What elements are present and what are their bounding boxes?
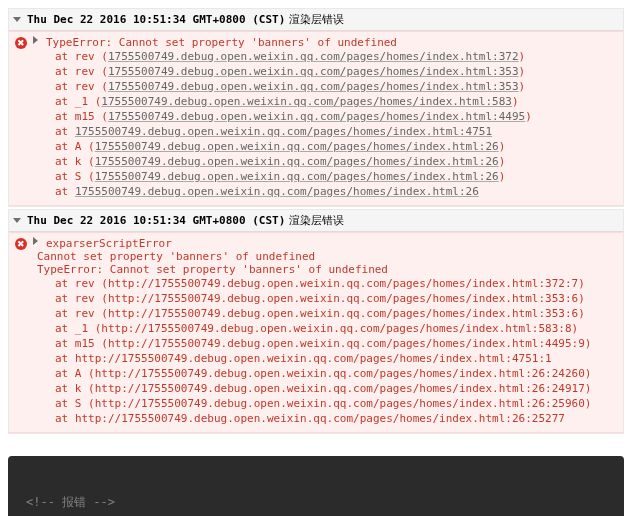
stack-frame: at k (1755500749.debug.open.weixin.qq.co…	[55, 154, 617, 169]
code-comment: <!-- 报错 -->	[26, 495, 115, 509]
stack-frame: at S (1755500749.debug.open.weixin.qq.co…	[55, 169, 617, 184]
stack-frame: at http://1755500749.debug.open.weixin.q…	[55, 351, 617, 366]
console-group: Thu Dec 22 2016 10:51:34 GMT+0800 (CST) …	[8, 209, 624, 434]
error-icon: ✖	[15, 37, 27, 49]
stack-frame: at rev (1755500749.debug.open.weixin.qq.…	[55, 49, 617, 64]
log-category: 渲染层错误	[289, 213, 344, 228]
stack-frame: at k (http://1755500749.debug.open.weixi…	[55, 381, 617, 396]
stack-frame: at S (http://1755500749.debug.open.weixi…	[55, 396, 617, 411]
error-message: Cannot set property 'banners' of undefin…	[15, 250, 617, 263]
stack-frame: at rev (http://1755500749.debug.open.wei…	[55, 276, 617, 291]
stack-trace: at rev (1755500749.debug.open.weixin.qq.…	[15, 49, 617, 199]
stack-frame: at m15 (1755500749.debug.open.weixin.qq.…	[55, 109, 617, 124]
stack-frame: at _1 (http://1755500749.debug.open.weix…	[55, 321, 617, 336]
stack-frame: at 1755500749.debug.open.weixin.qq.com/p…	[55, 124, 617, 139]
error-entry: ✖TypeError: Cannot set property 'banners…	[9, 31, 623, 206]
error-entry: ✖exparserScriptErrorCannot set property …	[9, 232, 623, 433]
stack-frame: at 1755500749.debug.open.weixin.qq.com/p…	[55, 184, 617, 199]
code-snippet: <!-- 报错 --> <template is="paper-detail" …	[8, 456, 624, 516]
disclosure-triangle-icon[interactable]	[13, 17, 21, 22]
error-title: exparserScriptError	[46, 237, 172, 250]
source-link[interactable]: 1755500749.debug.open.weixin.qq.com/page…	[108, 50, 519, 63]
source-link[interactable]: 1755500749.debug.open.weixin.qq.com/page…	[108, 110, 525, 123]
stack-frame: at rev (http://1755500749.debug.open.wei…	[55, 306, 617, 321]
stack-trace: at rev (http://1755500749.debug.open.wei…	[15, 276, 617, 426]
log-category: 渲染层错误	[289, 12, 344, 27]
stack-frame: at rev (http://1755500749.debug.open.wei…	[55, 291, 617, 306]
log-timestamp: Thu Dec 22 2016 10:51:34 GMT+0800 (CST)	[27, 13, 285, 26]
disclosure-triangle-icon[interactable]	[13, 218, 21, 223]
stack-frame: at A (http://1755500749.debug.open.weixi…	[55, 366, 617, 381]
source-link[interactable]: 1755500749.debug.open.weixin.qq.com/page…	[101, 95, 512, 108]
console-group-header[interactable]: Thu Dec 22 2016 10:51:34 GMT+0800 (CST) …	[9, 210, 623, 232]
source-link[interactable]: 1755500749.debug.open.weixin.qq.com/page…	[95, 140, 499, 153]
error-icon: ✖	[15, 238, 27, 250]
stack-frame: at rev (1755500749.debug.open.weixin.qq.…	[55, 64, 617, 79]
source-link[interactable]: 1755500749.debug.open.weixin.qq.com/page…	[95, 170, 499, 183]
source-link[interactable]: 1755500749.debug.open.weixin.qq.com/page…	[75, 185, 479, 198]
error-message: TypeError: Cannot set property 'banners'…	[15, 263, 617, 276]
source-link[interactable]: 1755500749.debug.open.weixin.qq.com/page…	[108, 65, 519, 78]
log-timestamp: Thu Dec 22 2016 10:51:34 GMT+0800 (CST)	[27, 214, 285, 227]
error-title: TypeError: Cannot set property 'banners'…	[46, 36, 397, 49]
disclosure-triangle-icon[interactable]	[33, 36, 38, 44]
source-link[interactable]: 1755500749.debug.open.weixin.qq.com/page…	[95, 155, 499, 168]
stack-frame: at A (1755500749.debug.open.weixin.qq.co…	[55, 139, 617, 154]
disclosure-triangle-icon[interactable]	[33, 237, 38, 245]
console-group: Thu Dec 22 2016 10:51:34 GMT+0800 (CST) …	[8, 8, 624, 207]
stack-frame: at rev (1755500749.debug.open.weixin.qq.…	[55, 79, 617, 94]
stack-frame: at http://1755500749.debug.open.weixin.q…	[55, 411, 617, 426]
stack-frame: at _1 (1755500749.debug.open.weixin.qq.c…	[55, 94, 617, 109]
source-link[interactable]: 1755500749.debug.open.weixin.qq.com/page…	[108, 80, 519, 93]
console-group-header[interactable]: Thu Dec 22 2016 10:51:34 GMT+0800 (CST) …	[9, 9, 623, 31]
stack-frame: at m15 (http://1755500749.debug.open.wei…	[55, 336, 617, 351]
source-link[interactable]: 1755500749.debug.open.weixin.qq.com/page…	[75, 125, 492, 138]
